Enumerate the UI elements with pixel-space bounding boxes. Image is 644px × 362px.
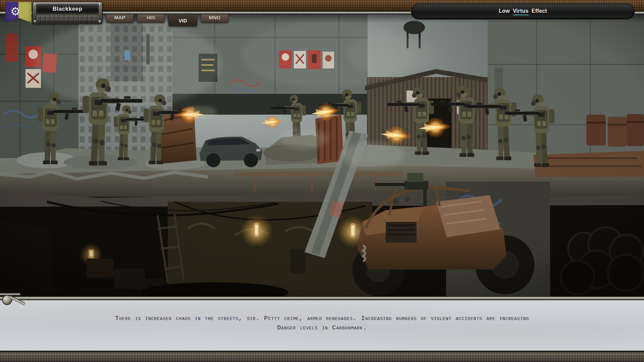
tab-his[interactable]: HIS — [137, 13, 165, 22]
advisor-message-text: There is increased chaos in the streets,… — [112, 314, 532, 333]
settlement-name: Blackkeep — [36, 4, 99, 14]
gear-icon: ⚙ — [9, 5, 22, 18]
status-effect-highlight: Virtus — [513, 8, 529, 15]
game-screen: Blackkeep ⚙ MAP HIS VID MNG Low Virtus E… — [0, 0, 644, 362]
plate-machinery-decor — [36, 15, 99, 22]
rivet-icon — [34, 20, 36, 22]
tab-mng[interactable]: MNG — [201, 13, 228, 22]
status-effect-banner[interactable]: Low Virtus Effect — [411, 4, 635, 19]
rivet-icon — [34, 3, 36, 5]
advisor-message-panel: There is increased chaos in the streets,… — [0, 296, 644, 351]
tab-map[interactable]: MAP — [106, 13, 133, 22]
status-effect-prefix: Low — [499, 8, 510, 15]
settlement-plate: Blackkeep — [32, 1, 103, 24]
status-effect-suffix: Effect — [532, 8, 547, 15]
rivet-icon — [99, 3, 101, 5]
status-effect-label: Low Virtus Effect — [499, 8, 547, 15]
tab-vid[interactable]: VID — [168, 13, 197, 26]
panel-left-bracket — [0, 293, 29, 308]
panel-top-pipe — [0, 296, 644, 300]
bracket-arm — [0, 293, 20, 295]
view-tabs: MAP HIS VID MNG — [106, 13, 228, 26]
rivet-icon — [99, 20, 101, 22]
bottom-mesh-strip — [0, 352, 644, 362]
scene-illustration — [0, 14, 644, 296]
